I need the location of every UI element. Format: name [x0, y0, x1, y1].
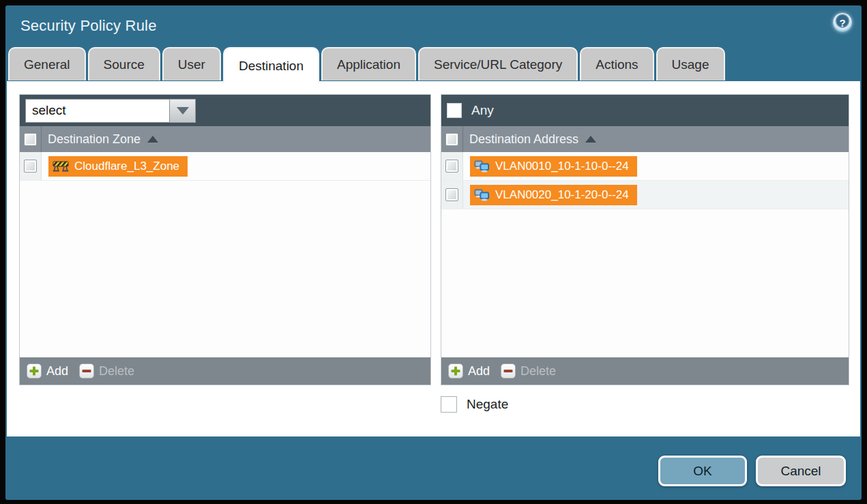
address-column-header-label: Destination Address: [469, 132, 578, 147]
tab-service-url-category[interactable]: Service/URL Category: [418, 47, 578, 80]
zone-delete-button[interactable]: Delete: [99, 364, 134, 379]
row-checkbox-cell: [441, 181, 463, 209]
zone-table-body: Cloudflare_L3_Zone: [20, 152, 430, 357]
address-add-button[interactable]: Add: [468, 364, 490, 379]
security-policy-rule-dialog: Security Policy Rule ? General Source Us…: [5, 5, 862, 500]
row-checkbox[interactable]: [445, 160, 458, 173]
address-table-body: VLAN0010_10-1-10-0--24: [441, 152, 849, 357]
plus-icon[interactable]: [27, 364, 42, 379]
any-label: Any: [471, 103, 494, 118]
destination-zone-panel: Destination Zone: [19, 94, 431, 385]
address-select-all-checkbox[interactable]: [445, 133, 458, 146]
tab-actions[interactable]: Actions: [580, 47, 653, 80]
negate-checkbox[interactable]: [441, 396, 457, 413]
address-entry-label: VLAN0010_10-1-10-0--24: [495, 160, 629, 173]
network-address-icon: [474, 160, 490, 173]
dialog-title: Security Policy Rule: [20, 17, 157, 35]
address-delete-button[interactable]: Delete: [520, 364, 556, 379]
zone-column-header-row: Destination Zone: [20, 126, 430, 152]
zone-column-header-label: Destination Zone: [48, 132, 141, 147]
tab-application[interactable]: Application: [321, 47, 416, 80]
zone-select-dropdown-button[interactable]: [170, 99, 196, 123]
destination-address-panel: Any Destination Address: [441, 94, 849, 385]
negate-label: Negate: [467, 397, 508, 412]
help-icon[interactable]: ?: [833, 13, 852, 32]
zone-add-button[interactable]: Add: [46, 364, 68, 379]
zone-column-header[interactable]: Destination Zone: [42, 126, 158, 152]
chevron-down-icon: [177, 107, 189, 115]
address-panel-footer: Add Delete: [441, 357, 849, 385]
zone-select-input[interactable]: [25, 99, 170, 123]
zone-barrier-icon: [53, 160, 69, 172]
tab-general[interactable]: General: [8, 47, 86, 80]
row-checkbox-cell: [20, 152, 42, 180]
address-header-checkbox-cell: [441, 126, 463, 152]
tab-user[interactable]: User: [162, 47, 221, 80]
tab-destination[interactable]: Destination: [223, 47, 319, 83]
zone-panel-footer: Add Delete: [20, 357, 430, 385]
any-checkbox[interactable]: [447, 103, 462, 118]
address-entry-label: VLAN0020_10-1-20-0--24: [495, 188, 629, 202]
negate-row: Negate: [441, 396, 508, 413]
sort-ascending-icon: [585, 136, 596, 143]
destination-tab-content: Destination Zone: [7, 81, 860, 436]
zone-entry-chip[interactable]: Cloudflare_L3_Zone: [48, 156, 188, 177]
zone-select-bar: [20, 95, 430, 126]
table-row: Cloudflare_L3_Zone: [20, 152, 430, 181]
row-checkbox-cell: [441, 152, 463, 180]
row-checkbox[interactable]: [445, 188, 458, 201]
address-entry-chip[interactable]: VLAN0020_10-1-20-0--24: [470, 185, 637, 205]
table-row: VLAN0010_10-1-10-0--24: [441, 152, 849, 181]
row-checkbox[interactable]: [24, 160, 37, 173]
zone-select-combobox: [25, 99, 196, 123]
ok-button[interactable]: OK: [658, 456, 747, 486]
address-column-header[interactable]: Destination Address: [463, 126, 596, 152]
minus-icon[interactable]: [79, 364, 94, 379]
zone-select-all-checkbox[interactable]: [24, 133, 37, 146]
zone-header-checkbox-cell: [20, 126, 42, 152]
minus-icon[interactable]: [501, 364, 516, 379]
sort-ascending-icon: [147, 136, 158, 143]
table-row: VLAN0020_10-1-20-0--24: [441, 181, 849, 209]
cancel-button[interactable]: Cancel: [756, 456, 846, 486]
address-any-bar: Any: [441, 95, 849, 126]
tab-bar: General Source User Destination Applicat…: [8, 47, 725, 83]
address-entry-chip[interactable]: VLAN0010_10-1-10-0--24: [470, 156, 637, 177]
network-address-icon: [474, 189, 490, 201]
tab-source[interactable]: Source: [88, 47, 160, 80]
tab-usage[interactable]: Usage: [656, 47, 725, 80]
address-column-header-row: Destination Address: [441, 126, 849, 152]
zone-entry-label: Cloudflare_L3_Zone: [74, 160, 179, 173]
plus-icon[interactable]: [448, 364, 463, 379]
